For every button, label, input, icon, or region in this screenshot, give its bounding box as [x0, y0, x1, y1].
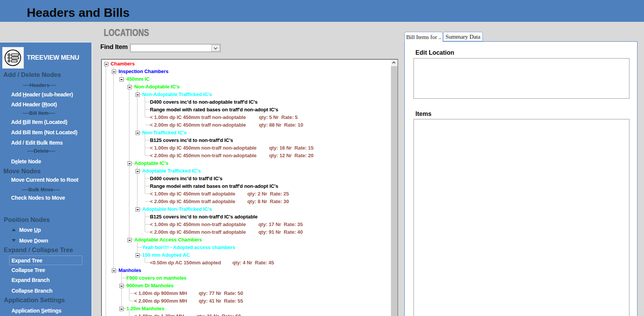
svg-text:F900 covers on manholes: F900 covers on manholes — [126, 275, 186, 281]
svg-text:qty: 8 Nr Rate: 30: qty: 8 Nr Rate: 30 — [247, 199, 289, 204]
svg-text:qty: 41 Nr Rate: 55: qty: 41 Nr Rate: 55 — [199, 298, 243, 304]
svg-text:D400 covers inc'd to non-adopt: D400 covers inc'd to non-adoptable traff… — [150, 99, 258, 105]
svg-text:Non-Adoptable IC's: Non-Adoptable IC's — [134, 84, 180, 90]
svg-text:qty: 77 Nr Rate: 50: qty: 77 Nr Rate: 50 — [199, 290, 243, 296]
svg-text:Range model with rated bases o: Range model with rated bases on traff'd … — [150, 107, 278, 112]
svg-text:< 2.00m dp IC 450mm non-traff: < 2.00m dp IC 450mm non-traff non-adopta… — [150, 153, 257, 158]
svg-text:Non-Adoptable Trafficked IC's: Non-Adoptable Trafficked IC's — [142, 91, 212, 97]
svg-text:Manholes: Manholes — [119, 267, 141, 273]
svg-text:Adoptable Non-Trafficked IC's: Adoptable Non-Trafficked IC's — [142, 206, 212, 212]
svg-text:qty: 5 Nr Rate: 5: qty: 5 Nr Rate: 5 — [259, 114, 298, 120]
svg-text:< 2.00m dp IC 450mm traff non-: < 2.00m dp IC 450mm traff non-adoptable — [150, 122, 246, 128]
svg-text:Range model with rated bases o: Range model with rated bases on traff'd … — [150, 183, 278, 189]
svg-text:900mm Di Manholes: 900mm Di Manholes — [126, 283, 173, 288]
svg-text:qty: 4 Nr Rate: 45: qty: 4 Nr Rate: 45 — [232, 260, 274, 266]
svg-text:B125 covers inc'd to non-traff: B125 covers inc'd to non-traff'd IC's ad… — [150, 214, 258, 220]
svg-text:1.20m Manholes: 1.20m Manholes — [126, 306, 164, 311]
svg-text:< 1.00m dp 1.20m MH: < 1.00m dp 1.20m MH — [134, 313, 184, 316]
svg-text:<0.50m dp AC 150mm adopted: <0.50m dp AC 150mm adopted — [150, 260, 221, 266]
svg-text:< 1.00m dp 900mm MH: < 1.00m dp 900mm MH — [134, 290, 187, 296]
svg-text:qty: 88 Nr Rate: 10: qty: 88 Nr Rate: 10 — [259, 122, 303, 128]
svg-text:Non-Trafficked IC's: Non-Trafficked IC's — [142, 130, 186, 135]
svg-text:qty: 17 Nr Rate: 35: qty: 17 Nr Rate: 35 — [258, 222, 303, 227]
svg-text:Adoptable Trafficked IC's: Adoptable Trafficked IC's — [142, 168, 201, 174]
svg-text:qty: 91 Nr Rate: 40: qty: 91 Nr Rate: 40 — [258, 229, 303, 235]
svg-text:150 mm Adopted AC: 150 mm Adopted AC — [142, 252, 190, 258]
svg-text:Adoptable IC's: Adoptable IC's — [134, 160, 168, 166]
svg-text:qty: 16 Nr Rate: 15: qty: 16 Nr Rate: 15 — [269, 145, 314, 151]
svg-text:Adoptable Access Chambers: Adoptable Access Chambers — [134, 237, 202, 243]
svg-text:< 2.00m dp 900mm MH: < 2.00m dp 900mm MH — [134, 298, 187, 304]
svg-text:450mm IC: 450mm IC — [126, 76, 150, 82]
svg-text:qty: 21 Nr Rate: 60: qty: 21 Nr Rate: 60 — [196, 313, 241, 316]
svg-text:< 2.00m dp IC 450mm non-traff: < 2.00m dp IC 450mm non-traff adoptable — [150, 229, 246, 235]
svg-text:< 1.00m dp IC 450mm non-traff: < 1.00m dp IC 450mm non-traff non-adopta… — [150, 145, 257, 151]
svg-text:< 1.00m dp IC 450mm traff adop: < 1.00m dp IC 450mm traff adoptable — [150, 191, 235, 197]
svg-text:Yeah boi!!!! - Adopted access: Yeah boi!!!! - Adopted access chambers — [142, 244, 235, 250]
svg-text:qty: 2 Nr Rate: 25: qty: 2 Nr Rate: 25 — [247, 191, 289, 197]
svg-text:< 1.00m dp IC 450mm non-traff: < 1.00m dp IC 450mm non-traff adoptable — [150, 222, 246, 227]
svg-text:Chambers: Chambers — [111, 61, 135, 67]
svg-text:< 2.00m dp IC 450mm traff adop: < 2.00m dp IC 450mm traff adoptable — [150, 199, 235, 204]
svg-text:Inspection Chambers: Inspection Chambers — [119, 68, 168, 74]
svg-text:qty: 12 Nr Rate: 20: qty: 12 Nr Rate: 20 — [269, 153, 314, 158]
svg-text:B125 covers inc'd to non-traff: B125 covers inc'd to non-traff'd IC's — [150, 137, 233, 143]
svg-text:D400 covers inc'd to traff'd I: D400 covers inc'd to traff'd IC's — [150, 176, 222, 181]
svg-text:< 1.00m dp IC 450mm traff non-: < 1.00m dp IC 450mm traff non-adoptable — [150, 114, 246, 120]
